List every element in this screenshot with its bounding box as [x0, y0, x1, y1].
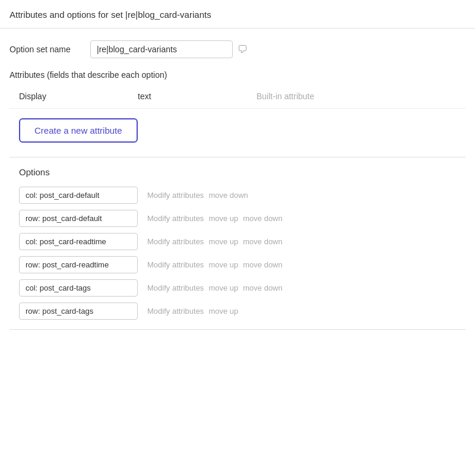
attr-col-type-header: text	[138, 92, 256, 101]
option-action-link[interactable]: move down	[243, 260, 282, 269]
section-divider	[10, 157, 466, 157]
create-btn-row: Create a new attribute	[10, 118, 466, 143]
option-tag: row: post_card-tags	[19, 302, 138, 320]
option-action-link[interactable]: move up	[208, 214, 238, 223]
option-set-name-input[interactable]	[90, 40, 233, 58]
option-tag: row: post_card-readtime	[19, 256, 138, 273]
option-row: row: post_card-tagsModify attributesmove…	[19, 302, 456, 320]
comment-icon[interactable]: 🗩	[238, 43, 248, 56]
option-action-link[interactable]: move down	[243, 237, 282, 246]
option-row: row: post_card-defaultModify attributesm…	[19, 210, 456, 227]
option-action-link[interactable]: Modify attributes	[147, 260, 204, 269]
attributes-section: Attributes (fields that describe each op…	[10, 70, 466, 143]
create-attribute-button[interactable]: Create a new attribute	[19, 118, 138, 143]
option-row: col: post_card-tagsModify attributesmove…	[19, 279, 456, 297]
option-action-link[interactable]: Modify attributes	[147, 191, 204, 200]
attributes-header: Display text Built-in attribute	[10, 89, 466, 106]
attributes-divider	[10, 108, 466, 109]
content-area: Option set name 🗩 Attributes (fields tha…	[0, 29, 475, 342]
option-set-name-row: Option set name 🗩	[10, 40, 466, 58]
option-set-name-input-group: 🗩	[90, 40, 248, 58]
option-actions: Modify attributesmove up	[147, 307, 238, 316]
options-title: Options	[19, 167, 456, 177]
option-action-link[interactable]: move down	[243, 283, 282, 292]
option-tag: row: post_card-default	[19, 210, 138, 227]
option-row: col: post_card-readtimeModify attributes…	[19, 233, 456, 250]
option-action-link[interactable]: Modify attributes	[147, 214, 204, 223]
attr-col-builtin-header: Built-in attribute	[256, 92, 314, 101]
option-tag: col: post_card-readtime	[19, 233, 138, 250]
option-actions: Modify attributesmove upmove down	[147, 214, 283, 223]
option-actions: Modify attributesmove upmove down	[147, 237, 283, 246]
options-list: col: post_card-defaultModify attributesm…	[19, 187, 456, 320]
options-section: Options col: post_card-defaultModify att…	[10, 167, 466, 320]
option-action-link[interactable]: Modify attributes	[147, 307, 204, 316]
attributes-section-label: Attributes (fields that describe each op…	[10, 70, 466, 80]
option-action-link[interactable]: move down	[208, 191, 248, 200]
option-action-link[interactable]: Modify attributes	[147, 237, 204, 246]
option-actions: Modify attributesmove upmove down	[147, 260, 283, 269]
option-set-name-label: Option set name	[10, 45, 81, 54]
option-action-link[interactable]: move up	[208, 283, 238, 292]
option-action-link[interactable]: move up	[208, 307, 238, 316]
option-action-link[interactable]: move up	[208, 260, 238, 269]
option-tag: col: post_card-default	[19, 187, 138, 204]
option-actions: Modify attributesmove down	[147, 191, 248, 200]
option-tag: col: post_card-tags	[19, 279, 138, 297]
option-action-link[interactable]: Modify attributes	[147, 283, 204, 292]
page-title: Attributes and options for set |re|blog_…	[0, 0, 475, 29]
option-row: col: post_card-defaultModify attributesm…	[19, 187, 456, 204]
option-row: row: post_card-readtimeModify attributes…	[19, 256, 456, 273]
bottom-divider	[10, 329, 466, 330]
page-container: Attributes and options for set |re|blog_…	[0, 0, 475, 342]
option-action-link[interactable]: move up	[208, 237, 238, 246]
attr-col-display-header: Display	[19, 92, 138, 101]
option-actions: Modify attributesmove upmove down	[147, 283, 283, 292]
option-action-link[interactable]: move down	[243, 214, 282, 223]
